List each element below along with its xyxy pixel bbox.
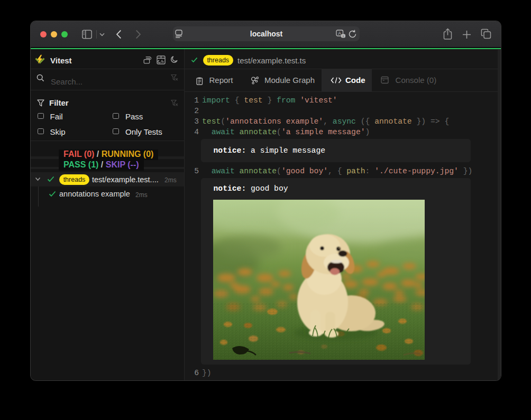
svg-text:A: A (338, 31, 341, 36)
svg-text:x: x (343, 34, 344, 38)
